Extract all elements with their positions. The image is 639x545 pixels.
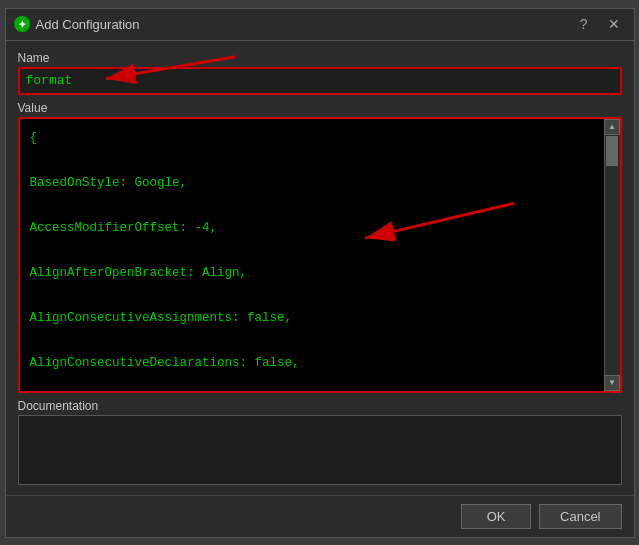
documentation-label: Documentation <box>18 399 622 413</box>
name-label: Name <box>18 51 622 65</box>
documentation-box <box>18 415 622 485</box>
scroll-track <box>606 136 618 374</box>
value-label: Value <box>18 101 622 115</box>
ok-button[interactable]: OK <box>461 504 531 529</box>
documentation-section: Documentation <box>18 399 622 485</box>
dialog-footer: OK Cancel <box>6 495 634 537</box>
title-bar: ✦ Add Configuration ? ✕ <box>6 9 634 41</box>
value-wrapper: { BasedOnStyle: Google, AccessModifierOf… <box>18 117 622 393</box>
close-button[interactable]: ✕ <box>602 15 626 33</box>
cancel-button[interactable]: Cancel <box>539 504 621 529</box>
dialog-title: Add Configuration <box>36 17 140 32</box>
help-button[interactable]: ? <box>574 15 594 33</box>
value-textarea[interactable]: { BasedOnStyle: Google, AccessModifierOf… <box>20 119 604 391</box>
scroll-down-button[interactable]: ▼ <box>604 375 620 391</box>
app-icon: ✦ <box>14 16 30 32</box>
scroll-thumb[interactable] <box>606 136 618 166</box>
name-field-group: Name <box>18 51 622 95</box>
title-left: ✦ Add Configuration <box>14 16 140 32</box>
title-actions: ? ✕ <box>574 15 626 33</box>
scrollbar[interactable]: ▲ ▼ <box>604 119 620 391</box>
scroll-up-button[interactable]: ▲ <box>604 119 620 135</box>
name-input[interactable] <box>18 67 622 95</box>
value-field-group: Value { BasedOnStyle: Google, AccessModi… <box>18 101 622 393</box>
add-configuration-dialog: ✦ Add Configuration ? ✕ Name Value { Bas… <box>5 8 635 538</box>
dialog-content: Name Value { BasedOnStyle: Google, Acces… <box>6 41 634 495</box>
